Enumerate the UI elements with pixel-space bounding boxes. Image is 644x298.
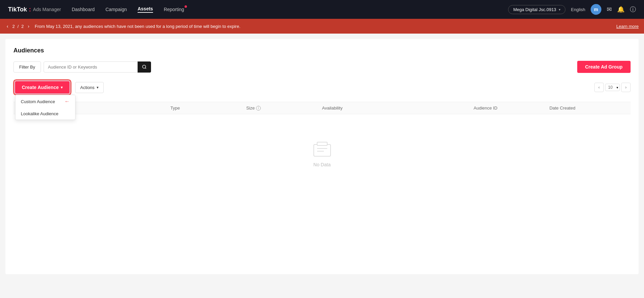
nav-assets[interactable]: Assets <box>138 6 153 13</box>
nav-reporting[interactable]: Reporting <box>164 7 184 12</box>
main-content: Audiences Filter By Create Ad Group Crea… <box>5 39 639 274</box>
nav-dashboard[interactable]: Dashboard <box>72 7 95 12</box>
create-ad-group-button[interactable]: Create Ad Group <box>577 61 631 73</box>
col-availability: Availability <box>322 105 474 111</box>
create-audience-chevron-icon: ▾ <box>61 85 63 90</box>
nav-links: Dashboard Campaign Assets Reporting <box>72 6 498 13</box>
page-size-wrapper: 10 20 50 <box>605 84 620 91</box>
banner-page-separator: / <box>17 24 19 29</box>
size-info-icon[interactable]: i <box>256 106 261 111</box>
top-navigation: TikTok: Ads Manager Dashboard Campaign A… <box>0 0 644 19</box>
logo: TikTok: Ads Manager <box>8 6 61 13</box>
svg-line-1 <box>145 68 146 69</box>
col-date-created: Date Created <box>549 105 625 111</box>
help-icon[interactable]: ⓘ <box>630 5 636 13</box>
toolbar-row: Create Audience ▾ Custom Audience ← Look… <box>13 80 631 99</box>
language-selector[interactable]: English <box>571 7 585 12</box>
logo-tiktok-text: TikTok <box>8 6 27 13</box>
nav-right: Mega Digital Jsc.0913 ▾ English m ✉ 🔔 ⓘ <box>508 4 636 15</box>
no-data-state: No Data <box>13 114 631 194</box>
svg-point-0 <box>142 65 145 68</box>
banner-learn-more[interactable]: Learn more <box>616 24 639 29</box>
actions-button[interactable]: Actions ▾ <box>75 82 104 93</box>
actions-chevron-icon: ▾ <box>97 85 99 90</box>
banner-page-current: 2 <box>12 24 15 29</box>
banner-page-total: 2 <box>21 24 24 29</box>
menu-item-lookalike-audience[interactable]: Lookalike Audience <box>15 108 75 120</box>
nav-campaign[interactable]: Campaign <box>105 7 127 12</box>
col-audience-id: Audience ID <box>474 105 549 111</box>
pagination: ‹ 10 20 50 › <box>594 83 631 92</box>
col-type: Type <box>170 105 246 111</box>
svg-rect-3 <box>317 142 327 145</box>
account-chevron-icon: ▾ <box>559 8 560 11</box>
create-audience-dropdown: Create Audience ▾ Custom Audience ← Look… <box>15 81 69 93</box>
banner-next-button[interactable]: › <box>27 24 31 29</box>
messages-icon[interactable]: ✉ <box>607 6 612 13</box>
search-input[interactable] <box>44 61 151 73</box>
logo-sub-text: Ads Manager <box>33 7 61 12</box>
notification-banner: ‹ 2 / 2 › From May 13, 2021, any audienc… <box>0 19 644 34</box>
account-name: Mega Digital Jsc.0913 <box>513 7 556 12</box>
logo-colon: : <box>29 6 31 13</box>
no-data-text: No Data <box>313 162 331 167</box>
create-audience-menu: Custom Audience ← Lookalike Audience <box>15 95 76 120</box>
banner-message: From May 13, 2021, any audiences which h… <box>35 24 612 29</box>
search-icon <box>142 65 147 69</box>
pagination-prev-button[interactable]: ‹ <box>594 83 604 92</box>
banner-prev-button[interactable]: ‹ <box>5 24 10 29</box>
page-size-select[interactable]: 10 20 50 <box>605 84 620 91</box>
avatar[interactable]: m <box>591 4 601 15</box>
reporting-dot <box>185 5 187 8</box>
table-header: Type Size i Availability Audience ID Dat… <box>13 102 631 114</box>
no-data-icon <box>312 141 332 158</box>
page-title: Audiences <box>13 47 631 54</box>
col-size: Size i <box>246 105 322 111</box>
menu-item-custom-audience[interactable]: Custom Audience ← <box>15 95 75 108</box>
search-wrapper <box>44 61 151 73</box>
notifications-icon[interactable]: 🔔 <box>617 6 625 13</box>
filter-row: Filter By Create Ad Group <box>13 61 631 73</box>
search-button[interactable] <box>138 61 151 73</box>
filter-by-button[interactable]: Filter By <box>13 61 41 73</box>
pagination-next-button[interactable]: › <box>621 83 631 92</box>
banner-navigation: ‹ 2 / 2 › <box>5 24 31 29</box>
custom-audience-arrow: ← <box>64 98 70 104</box>
account-selector[interactable]: Mega Digital Jsc.0913 ▾ <box>508 5 565 14</box>
create-audience-button[interactable]: Create Audience ▾ <box>15 81 69 93</box>
svg-rect-2 <box>314 144 331 156</box>
table-wrapper: Type Size i Availability Audience ID Dat… <box>13 102 631 194</box>
